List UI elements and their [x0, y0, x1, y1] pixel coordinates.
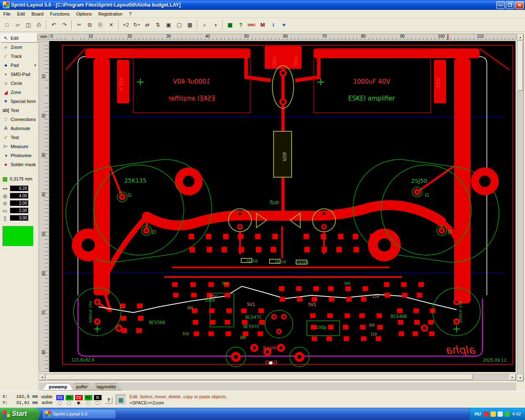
menu-options[interactable]: Options	[73, 11, 95, 17]
tool-circle[interactable]: ○Circle	[1, 79, 38, 88]
toolbar-undo-button[interactable]: ↶	[49, 20, 59, 30]
layer-active-radio-O[interactable]	[94, 401, 102, 405]
close-button[interactable]: ✕	[515, 1, 524, 9]
tool-smd-pad[interactable]: ▪SMD-Pad	[1, 70, 38, 79]
toolbar-new-button[interactable]: □	[2, 20, 12, 30]
horizontal-scrollbar[interactable]: ◄ ►	[39, 374, 516, 381]
toolbar-zoom-button[interactable]: ⌕	[200, 20, 210, 30]
layer-color-swatch[interactable]	[2, 226, 34, 247]
menu-help[interactable]: ?	[126, 11, 135, 17]
tool-track[interactable]: ∕Track	[1, 52, 38, 61]
pcb-label: 5V1	[247, 302, 255, 307]
menu-registration[interactable]: Registration	[95, 11, 126, 17]
parameter-value-3[interactable]: 2.00	[10, 208, 29, 214]
toolbar-macro-button[interactable]: M	[258, 20, 268, 30]
scroll-down-button[interactable]: ▼	[517, 375, 523, 381]
horizontal-scroll-thumb[interactable]	[46, 374, 473, 380]
tool-zone[interactable]: ◢Zone	[1, 88, 38, 97]
layer-button-O[interactable]: O	[94, 395, 102, 400]
toolbar-mirror-horizontal-button[interactable]: ⇄	[142, 20, 152, 30]
toolbar-photoview-button[interactable]: ◑	[210, 20, 220, 30]
tool-zoom[interactable]: ⌕Zoom	[1, 43, 38, 52]
tray-network-icon[interactable]	[504, 411, 510, 417]
tray-volume-icon[interactable]	[498, 411, 503, 417]
toolbar-separator	[71, 20, 72, 30]
toolbar-array-button[interactable]: ▦	[185, 20, 195, 30]
taskbar-task-sprint-layout[interactable]: Sprint-Layout 5.0	[42, 409, 116, 419]
vertical-scroll-thumb[interactable]	[518, 41, 523, 91]
tool-autoroute[interactable]: AAutoroute	[1, 124, 38, 133]
tool-measure[interactable]: ⊢Measure	[1, 142, 38, 151]
menu-file[interactable]: File	[0, 11, 14, 17]
toolbar-ungroup-button[interactable]: ▢	[174, 20, 184, 30]
parameter-value-1[interactable]: 4.00	[10, 193, 29, 199]
sheet-tab-puffer[interactable]: puffer	[70, 383, 94, 390]
toolbar-save-button[interactable]: ◫	[23, 20, 33, 30]
start-button[interactable]: Start	[0, 408, 40, 420]
sheet-tab-lagyindító[interactable]: lagyindító	[91, 383, 122, 390]
toolbar-open-button[interactable]: ▱	[13, 20, 23, 30]
vertical-scrollbar[interactable]: ▲ ▼	[517, 34, 524, 381]
layer-visibility-buttons: C1S1C2S2O	[56, 395, 102, 400]
menu-board[interactable]: Board	[28, 11, 47, 17]
toolbar-redo-button[interactable]: ↷	[59, 20, 69, 30]
minimize-button[interactable]: —	[496, 1, 505, 9]
layer-button-C2[interactable]: C2	[75, 395, 83, 400]
parameter-value-2[interactable]: 2.00	[10, 200, 29, 206]
scroll-right-button[interactable]: ►	[509, 374, 516, 380]
tool-label: Photoview	[11, 153, 32, 158]
tray-security-icon[interactable]	[484, 411, 489, 417]
toolbar-paste-button[interactable]: ⎘	[96, 20, 105, 30]
menu-functions[interactable]: Functions	[47, 11, 73, 17]
toolbar-print-button[interactable]: ⎙	[34, 20, 44, 30]
layer-button-C1[interactable]: C1	[56, 395, 64, 400]
pad-dropdown-icon[interactable]: ▾	[34, 63, 36, 67]
toolbar-mirror-vertical-button[interactable]: ⇅	[153, 20, 163, 30]
tool-solder-mask[interactable]: ●Solder mask	[1, 160, 38, 169]
tool-text[interactable]: ab|Text	[1, 106, 38, 115]
language-indicator[interactable]: HU	[475, 411, 481, 416]
parameter-value-0[interactable]: 0.20	[10, 185, 29, 192]
layer-active-radio-S1[interactable]	[65, 401, 73, 405]
layer-active-radio-C1[interactable]	[56, 401, 64, 405]
toolbar-layer-select-button[interactable]: ▩	[225, 20, 235, 30]
rotate-dropdown-icon[interactable]: ▾	[138, 23, 140, 27]
layer-help-button[interactable]: ?	[105, 396, 112, 404]
board-icon[interactable]: ▦	[116, 395, 126, 405]
parameter-icon: ▭	[2, 208, 8, 214]
pcb-label: 15V	[372, 294, 379, 299]
menu-edit[interactable]: Edit	[14, 11, 28, 17]
toolbar-info-button[interactable]: i	[269, 20, 278, 30]
tool-pad[interactable]: ●Pad▾	[1, 61, 38, 70]
toolbar-cut-button[interactable]: ✂	[74, 20, 84, 30]
layer-button-S2[interactable]: S2	[84, 395, 92, 400]
pcb-label: input	[262, 345, 276, 351]
toolbar-footprint-button[interactable]: ?	[236, 20, 246, 30]
tray-update-icon[interactable]	[491, 411, 496, 417]
tool-photoview[interactable]: ◑Photoview	[1, 151, 38, 160]
layer-active-radio-S2[interactable]	[84, 401, 92, 405]
toolbar-drc-button[interactable]: DRC	[247, 20, 257, 30]
toolbar-crosshair-button[interactable]: ⌖	[279, 20, 289, 30]
toolbar-copy-button[interactable]: ⧉	[85, 20, 95, 30]
pcb-canvas[interactable]: +35V-35VGNDGND1000uF 40VESKEl amplifier1…	[49, 41, 516, 372]
tool-label: Test	[11, 135, 19, 140]
toolbar-rotate-button[interactable]: ↻▾	[132, 20, 142, 30]
toolbar-delete-button[interactable]: ✕	[106, 20, 116, 30]
toolbar-group-button[interactable]: ▣	[164, 20, 173, 30]
tool-connections[interactable]: ∵Connections	[1, 115, 38, 124]
tool-edit[interactable]: ↖Edit	[1, 34, 38, 43]
tool-test[interactable]: ✓Test	[1, 133, 38, 142]
grid-setting[interactable]: ▦ 0,3175 mm	[2, 176, 38, 182]
tool-special-form[interactable]: ✶Special form	[1, 97, 38, 106]
layer-active-radio-C2[interactable]	[75, 401, 83, 405]
restore-button[interactable]: ❐	[506, 1, 514, 9]
smd-pad-icon: ▪	[2, 71, 9, 77]
layer-button-S1[interactable]: S1	[65, 395, 73, 400]
toolbar-duplicate-button[interactable]: ×2	[121, 20, 131, 30]
parameter-value-4[interactable]: 3.00	[10, 215, 29, 221]
scroll-left-button[interactable]: ◄	[39, 374, 45, 380]
scroll-up-button[interactable]: ▲	[517, 34, 523, 40]
sheet-tab-powamp[interactable]: powamp	[43, 383, 73, 390]
tool-panel: ↖Edit⌕Zoom∕Track●Pad▾▪SMD-Pad○Circle◢Zon…	[1, 34, 38, 390]
